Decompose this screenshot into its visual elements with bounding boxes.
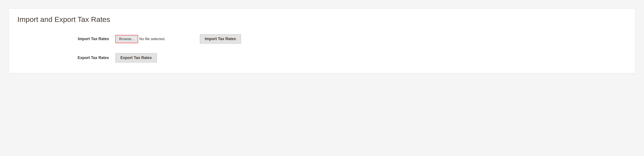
export-row: Export Tax Rates Export Tax Rates — [18, 53, 626, 63]
import-row: Import Tax Rates Browse... No file selec… — [18, 34, 626, 44]
export-controls: Export Tax Rates — [116, 53, 157, 63]
export-tax-rates-button[interactable]: Export Tax Rates — [116, 53, 157, 63]
file-status-text: No file selected. — [139, 37, 166, 41]
tax-rates-panel: Import and Export Tax Rates Import Tax R… — [8, 8, 636, 73]
import-controls: Browse... No file selected. Import Tax R… — [116, 34, 241, 44]
panel-title: Import and Export Tax Rates — [18, 15, 626, 24]
import-label: Import Tax Rates — [18, 37, 116, 41]
browse-button[interactable]: Browse... — [117, 36, 137, 42]
import-tax-rates-button[interactable]: Import Tax Rates — [200, 34, 241, 44]
export-label: Export Tax Rates — [18, 56, 116, 60]
browse-highlight-wrapper: Browse... — [116, 35, 138, 43]
